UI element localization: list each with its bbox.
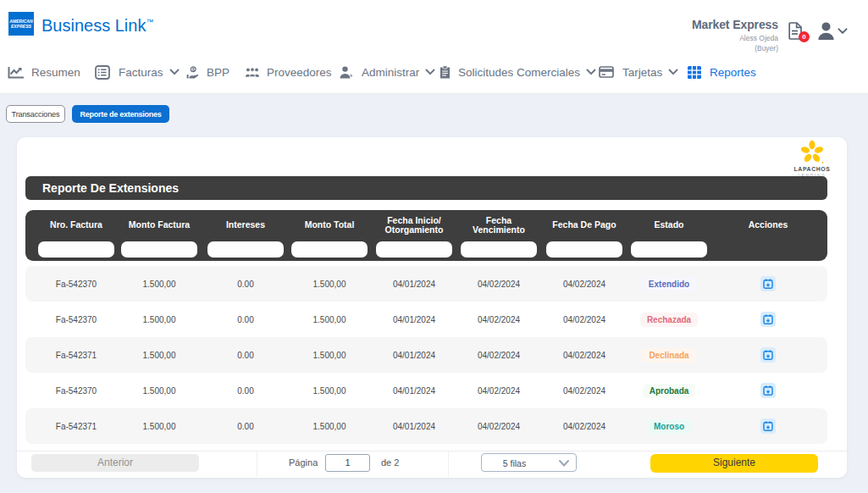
svg-text:EXPRESS: EXPRESS — [11, 24, 32, 29]
svg-text:LAPACHOS: LAPACHOS — [794, 166, 831, 172]
